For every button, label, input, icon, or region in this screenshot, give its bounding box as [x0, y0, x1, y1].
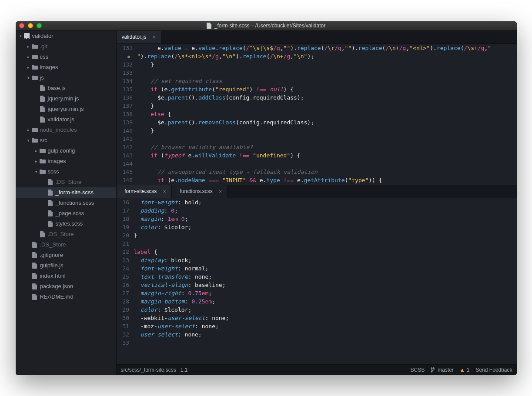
code-line[interactable]: $e.parent().removeClass(config.requiredC…	[137, 118, 517, 126]
folder-icon	[39, 159, 46, 164]
status-language[interactable]: SCSS	[410, 367, 425, 373]
code-line[interactable]: -moz-user-select: none;	[134, 322, 516, 330]
code-line[interactable]: // set required class	[137, 77, 517, 85]
code-line[interactable]: e.setCustomValidity(!e.disabled && this.…	[137, 184, 517, 185]
close-icon[interactable]: ×	[219, 188, 222, 195]
code-line[interactable]: if (e.getAttribute("required") !== null)…	[137, 85, 517, 93]
file-icon	[47, 190, 54, 196]
folder-icon	[31, 75, 38, 80]
code-line[interactable]: ").replace(/\s*<nl>\s*/g,"\n").replace(/…	[137, 52, 517, 60]
tab--form-site-scss[interactable]: _form-site.scss×	[117, 185, 172, 198]
close-window-button[interactable]	[19, 23, 24, 28]
code-line[interactable]: font-weight: normal;	[134, 264, 516, 273]
file-icon	[31, 294, 38, 300]
tree-label: node_modules	[40, 126, 77, 133]
file--ds-store[interactable]: .DS_Store	[16, 240, 116, 250]
code-area-top[interactable]: 1311321331341351361371381391401411421431…	[117, 44, 517, 185]
file-icon	[39, 96, 46, 102]
tab-label: _functions.scss	[177, 188, 213, 194]
folder-css[interactable]: ▸css	[16, 52, 116, 62]
folder-images[interactable]: ▸images	[16, 156, 116, 166]
line-number: 24	[123, 264, 130, 273]
code-top[interactable]: e.value = e.value.replace(/^\s|\s$/g,"")…	[137, 44, 517, 185]
file-styles-scss[interactable]: styles.scss	[16, 219, 116, 229]
line-number: 131	[123, 44, 133, 52]
code-line[interactable]: // browser validity available?	[137, 143, 517, 151]
sidebar[interactable]: ▾validator▸.git▸css▸images▾jsbase.jsjque…	[16, 31, 117, 375]
file--ds-store[interactable]: .DS_Store	[16, 229, 116, 240]
project-root[interactable]: ▾validator	[16, 31, 116, 41]
code-line[interactable]	[137, 69, 517, 77]
line-number: 26	[123, 281, 130, 289]
status-git-branch[interactable]: master	[431, 367, 454, 373]
code-line[interactable]: // unsupported input type - fallback val…	[137, 168, 517, 176]
code-line[interactable]: else {	[137, 110, 517, 118]
code-line[interactable]: color: $lcolor;	[134, 223, 516, 231]
code-line[interactable]	[137, 160, 517, 168]
code-line[interactable]: color: $lcolor;	[134, 306, 516, 314]
code-line[interactable]: if (typeof e.willValidate !== "undefined…	[137, 151, 517, 160]
send-feedback-link[interactable]: Send Feedback	[475, 367, 512, 373]
code-line[interactable]: $e.parent().addClass(config.requiredClas…	[137, 93, 517, 102]
file-icon	[39, 116, 46, 123]
minimize-window-button[interactable]	[28, 23, 33, 28]
code-line[interactable]	[134, 240, 516, 248]
file-readme-md[interactable]: README.md	[16, 292, 116, 302]
code-line[interactable]: e.value = e.value.replace(/^\s|\s$/g,"")…	[137, 44, 517, 52]
folder-icon	[31, 127, 38, 133]
status-warnings[interactable]: ▲ 1	[460, 367, 470, 373]
file-base-js[interactable]: base.js	[16, 83, 116, 93]
folder-images[interactable]: ▸images	[16, 62, 116, 73]
file-validator-js[interactable]: validator.js	[16, 114, 116, 125]
code-line[interactable]: padding: 0;	[134, 206, 516, 215]
code-bottom[interactable]: font-weight: bold; padding: 0; margin: 1…	[134, 198, 516, 364]
code-line[interactable]: user-select: none;	[134, 330, 516, 339]
code-line[interactable]: label {	[134, 248, 516, 256]
code-line[interactable]: }	[137, 126, 517, 135]
tab-validator-js[interactable]: validator.js×	[117, 31, 161, 43]
code-line[interactable]: margin-right: 0.75em;	[134, 289, 516, 297]
file-jqueryui-min-js[interactable]: jqueryui.min.js	[16, 104, 116, 114]
file--page-scss[interactable]: _page.scss	[16, 208, 116, 219]
file--functions-scss[interactable]: _functions.scss	[16, 198, 116, 208]
close-icon[interactable]: ×	[163, 188, 166, 195]
code-line[interactable]: margin-bottom: 0.25em;	[134, 297, 516, 306]
tree-label: css	[40, 53, 49, 60]
chevron-down-icon: ▾	[26, 138, 31, 143]
code-line[interactable]: display: block;	[134, 256, 516, 264]
code-line[interactable]: }	[137, 60, 517, 69]
folder--git[interactable]: ▸.git	[16, 41, 116, 52]
file-index-html[interactable]: index.html	[16, 271, 116, 281]
code-line[interactable]: text-transform: none;	[134, 273, 516, 281]
folder-src[interactable]: ▾src	[16, 135, 116, 146]
titlebar[interactable]: _form-site.scss – /Users/cbuckler/Sites/…	[16, 21, 517, 31]
tab-label: validator.js	[122, 34, 147, 40]
file--ds-store[interactable]: .DS_Store	[16, 177, 116, 187]
zoom-window-button[interactable]	[37, 23, 42, 28]
code-area-bottom[interactable]: 161718192021222324252627282930313233 fon…	[117, 198, 517, 364]
folder-scss[interactable]: ▾scss	[16, 166, 116, 177]
file--gitignore[interactable]: .gitignore	[16, 250, 116, 260]
line-number: 145	[123, 168, 133, 176]
folder-js[interactable]: ▾js	[16, 73, 116, 83]
code-line[interactable]	[134, 339, 516, 347]
file-jquery-min-js[interactable]: jquery.min.js	[16, 93, 116, 104]
code-line[interactable]: if (e.nodeName === "INPUT" && e.type !==…	[137, 176, 517, 184]
file-package-json[interactable]: package.json	[16, 281, 116, 292]
code-line[interactable]: -webkit-user-select: none;	[134, 314, 516, 322]
code-line[interactable]: }	[134, 231, 516, 240]
code-line[interactable]: margin: 1em 0;	[134, 215, 516, 223]
tab--functions-scss[interactable]: _functions.scss×	[172, 185, 228, 198]
file--form-site-scss[interactable]: _form-site.scss	[16, 187, 116, 198]
folder-gulp-config[interactable]: ▸gulp.config	[16, 146, 116, 156]
code-line[interactable]: vertical-align: baseline;	[134, 281, 516, 289]
file-icon	[47, 210, 54, 216]
line-number: 33	[123, 339, 130, 347]
code-line[interactable]	[137, 135, 517, 143]
chevron-right-icon: ▸	[26, 65, 31, 70]
code-line[interactable]: font-weight: bold;	[134, 198, 516, 206]
file-gulpfile-js[interactable]: gulpfile.js	[16, 260, 116, 271]
folder-node-modules[interactable]: ▸node_modules	[16, 125, 116, 135]
close-icon[interactable]: ×	[152, 34, 156, 40]
code-line[interactable]: }	[137, 102, 517, 110]
